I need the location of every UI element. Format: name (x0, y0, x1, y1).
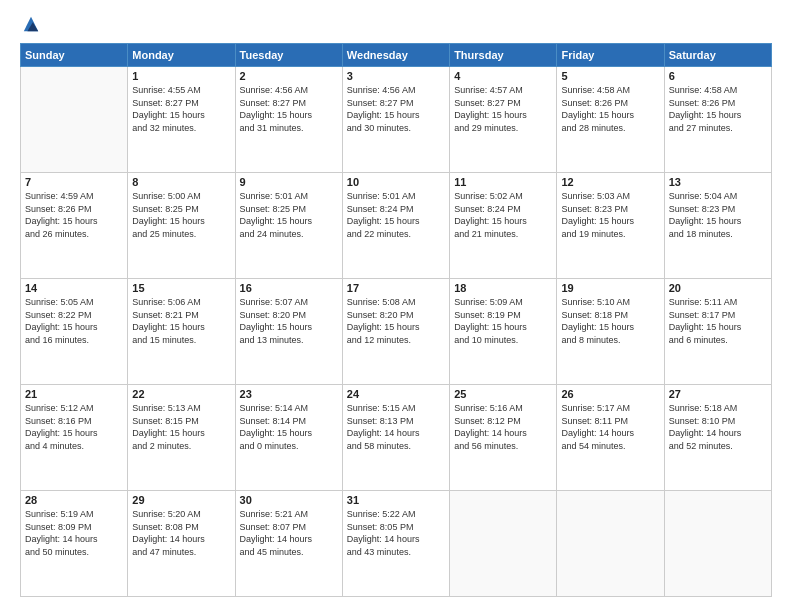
calendar-cell: 5Sunrise: 4:58 AM Sunset: 8:26 PM Daylig… (557, 67, 664, 173)
day-number: 8 (132, 176, 230, 188)
cell-info: Sunrise: 5:08 AM Sunset: 8:20 PM Dayligh… (347, 296, 445, 346)
cell-info: Sunrise: 5:17 AM Sunset: 8:11 PM Dayligh… (561, 402, 659, 452)
cell-info: Sunrise: 4:58 AM Sunset: 8:26 PM Dayligh… (669, 84, 767, 134)
day-number: 19 (561, 282, 659, 294)
day-number: 26 (561, 388, 659, 400)
calendar-week-row: 1Sunrise: 4:55 AM Sunset: 8:27 PM Daylig… (21, 67, 772, 173)
cell-info: Sunrise: 5:11 AM Sunset: 8:17 PM Dayligh… (669, 296, 767, 346)
header (20, 15, 772, 33)
calendar-day-header-sunday: Sunday (21, 44, 128, 67)
cell-info: Sunrise: 5:18 AM Sunset: 8:10 PM Dayligh… (669, 402, 767, 452)
calendar-page: SundayMondayTuesdayWednesdayThursdayFrid… (0, 0, 792, 612)
calendar-day-header-tuesday: Tuesday (235, 44, 342, 67)
calendar-cell: 4Sunrise: 4:57 AM Sunset: 8:27 PM Daylig… (450, 67, 557, 173)
day-number: 20 (669, 282, 767, 294)
calendar-week-row: 14Sunrise: 5:05 AM Sunset: 8:22 PM Dayli… (21, 279, 772, 385)
cell-info: Sunrise: 5:01 AM Sunset: 8:24 PM Dayligh… (347, 190, 445, 240)
day-number: 25 (454, 388, 552, 400)
calendar-cell: 26Sunrise: 5:17 AM Sunset: 8:11 PM Dayli… (557, 385, 664, 491)
calendar-cell: 20Sunrise: 5:11 AM Sunset: 8:17 PM Dayli… (664, 279, 771, 385)
day-number: 12 (561, 176, 659, 188)
day-number: 31 (347, 494, 445, 506)
calendar-cell: 30Sunrise: 5:21 AM Sunset: 8:07 PM Dayli… (235, 491, 342, 597)
calendar-week-row: 21Sunrise: 5:12 AM Sunset: 8:16 PM Dayli… (21, 385, 772, 491)
calendar-cell (450, 491, 557, 597)
logo (20, 15, 40, 33)
calendar-cell: 17Sunrise: 5:08 AM Sunset: 8:20 PM Dayli… (342, 279, 449, 385)
calendar-cell: 24Sunrise: 5:15 AM Sunset: 8:13 PM Dayli… (342, 385, 449, 491)
calendar-cell (557, 491, 664, 597)
calendar-cell: 8Sunrise: 5:00 AM Sunset: 8:25 PM Daylig… (128, 173, 235, 279)
calendar-cell: 28Sunrise: 5:19 AM Sunset: 8:09 PM Dayli… (21, 491, 128, 597)
day-number: 1 (132, 70, 230, 82)
calendar-cell: 31Sunrise: 5:22 AM Sunset: 8:05 PM Dayli… (342, 491, 449, 597)
cell-info: Sunrise: 5:12 AM Sunset: 8:16 PM Dayligh… (25, 402, 123, 452)
day-number: 3 (347, 70, 445, 82)
cell-info: Sunrise: 5:06 AM Sunset: 8:21 PM Dayligh… (132, 296, 230, 346)
calendar-cell: 1Sunrise: 4:55 AM Sunset: 8:27 PM Daylig… (128, 67, 235, 173)
logo-icon (22, 15, 40, 33)
calendar-week-row: 28Sunrise: 5:19 AM Sunset: 8:09 PM Dayli… (21, 491, 772, 597)
calendar-day-header-friday: Friday (557, 44, 664, 67)
day-number: 18 (454, 282, 552, 294)
calendar-day-header-thursday: Thursday (450, 44, 557, 67)
cell-info: Sunrise: 5:13 AM Sunset: 8:15 PM Dayligh… (132, 402, 230, 452)
calendar-cell: 23Sunrise: 5:14 AM Sunset: 8:14 PM Dayli… (235, 385, 342, 491)
calendar-cell: 6Sunrise: 4:58 AM Sunset: 8:26 PM Daylig… (664, 67, 771, 173)
cell-info: Sunrise: 5:19 AM Sunset: 8:09 PM Dayligh… (25, 508, 123, 558)
cell-info: Sunrise: 5:20 AM Sunset: 8:08 PM Dayligh… (132, 508, 230, 558)
cell-info: Sunrise: 5:01 AM Sunset: 8:25 PM Dayligh… (240, 190, 338, 240)
day-number: 15 (132, 282, 230, 294)
calendar-header-row: SundayMondayTuesdayWednesdayThursdayFrid… (21, 44, 772, 67)
day-number: 27 (669, 388, 767, 400)
cell-info: Sunrise: 5:04 AM Sunset: 8:23 PM Dayligh… (669, 190, 767, 240)
cell-info: Sunrise: 4:57 AM Sunset: 8:27 PM Dayligh… (454, 84, 552, 134)
calendar-cell: 29Sunrise: 5:20 AM Sunset: 8:08 PM Dayli… (128, 491, 235, 597)
day-number: 6 (669, 70, 767, 82)
day-number: 28 (25, 494, 123, 506)
day-number: 30 (240, 494, 338, 506)
cell-info: Sunrise: 5:07 AM Sunset: 8:20 PM Dayligh… (240, 296, 338, 346)
day-number: 24 (347, 388, 445, 400)
day-number: 22 (132, 388, 230, 400)
cell-info: Sunrise: 5:14 AM Sunset: 8:14 PM Dayligh… (240, 402, 338, 452)
calendar-cell: 18Sunrise: 5:09 AM Sunset: 8:19 PM Dayli… (450, 279, 557, 385)
cell-info: Sunrise: 4:59 AM Sunset: 8:26 PM Dayligh… (25, 190, 123, 240)
calendar-week-row: 7Sunrise: 4:59 AM Sunset: 8:26 PM Daylig… (21, 173, 772, 279)
cell-info: Sunrise: 4:56 AM Sunset: 8:27 PM Dayligh… (240, 84, 338, 134)
day-number: 9 (240, 176, 338, 188)
day-number: 4 (454, 70, 552, 82)
calendar-cell: 7Sunrise: 4:59 AM Sunset: 8:26 PM Daylig… (21, 173, 128, 279)
calendar-day-header-saturday: Saturday (664, 44, 771, 67)
cell-info: Sunrise: 4:55 AM Sunset: 8:27 PM Dayligh… (132, 84, 230, 134)
calendar-cell: 15Sunrise: 5:06 AM Sunset: 8:21 PM Dayli… (128, 279, 235, 385)
calendar-cell (664, 491, 771, 597)
day-number: 29 (132, 494, 230, 506)
calendar-cell: 10Sunrise: 5:01 AM Sunset: 8:24 PM Dayli… (342, 173, 449, 279)
calendar-cell: 21Sunrise: 5:12 AM Sunset: 8:16 PM Dayli… (21, 385, 128, 491)
cell-info: Sunrise: 5:22 AM Sunset: 8:05 PM Dayligh… (347, 508, 445, 558)
day-number: 17 (347, 282, 445, 294)
calendar-cell: 27Sunrise: 5:18 AM Sunset: 8:10 PM Dayli… (664, 385, 771, 491)
calendar-cell: 16Sunrise: 5:07 AM Sunset: 8:20 PM Dayli… (235, 279, 342, 385)
calendar-cell: 25Sunrise: 5:16 AM Sunset: 8:12 PM Dayli… (450, 385, 557, 491)
calendar-cell: 14Sunrise: 5:05 AM Sunset: 8:22 PM Dayli… (21, 279, 128, 385)
cell-info: Sunrise: 5:02 AM Sunset: 8:24 PM Dayligh… (454, 190, 552, 240)
cell-info: Sunrise: 5:16 AM Sunset: 8:12 PM Dayligh… (454, 402, 552, 452)
cell-info: Sunrise: 4:56 AM Sunset: 8:27 PM Dayligh… (347, 84, 445, 134)
day-number: 7 (25, 176, 123, 188)
day-number: 2 (240, 70, 338, 82)
day-number: 16 (240, 282, 338, 294)
day-number: 11 (454, 176, 552, 188)
cell-info: Sunrise: 5:10 AM Sunset: 8:18 PM Dayligh… (561, 296, 659, 346)
calendar-cell: 19Sunrise: 5:10 AM Sunset: 8:18 PM Dayli… (557, 279, 664, 385)
day-number: 21 (25, 388, 123, 400)
cell-info: Sunrise: 5:00 AM Sunset: 8:25 PM Dayligh… (132, 190, 230, 240)
day-number: 5 (561, 70, 659, 82)
calendar-cell: 9Sunrise: 5:01 AM Sunset: 8:25 PM Daylig… (235, 173, 342, 279)
calendar-cell (21, 67, 128, 173)
calendar-day-header-wednesday: Wednesday (342, 44, 449, 67)
calendar-cell: 12Sunrise: 5:03 AM Sunset: 8:23 PM Dayli… (557, 173, 664, 279)
cell-info: Sunrise: 5:05 AM Sunset: 8:22 PM Dayligh… (25, 296, 123, 346)
cell-info: Sunrise: 5:15 AM Sunset: 8:13 PM Dayligh… (347, 402, 445, 452)
